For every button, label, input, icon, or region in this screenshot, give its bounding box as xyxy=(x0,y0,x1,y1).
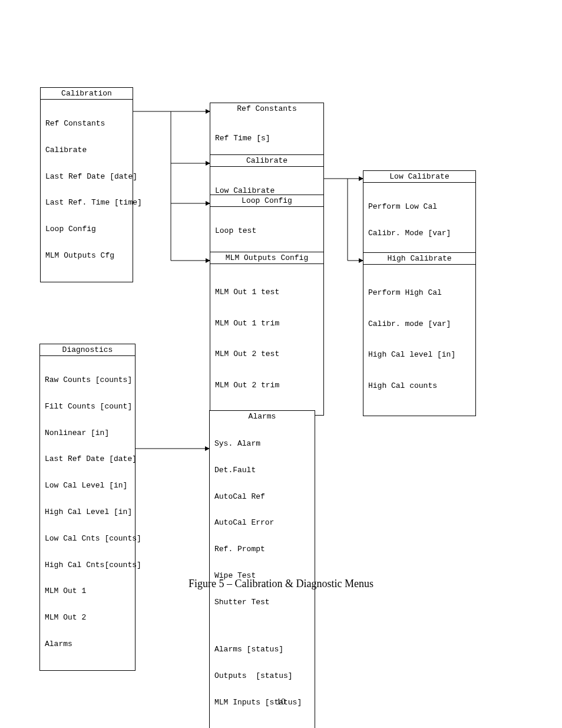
menu-item: Last Ref Date [date] xyxy=(45,173,128,182)
menu-alarms: Alarms Sys. Alarm Det.Fault AutoCal Ref … xyxy=(209,410,315,728)
menu-items: Sys. Alarm Det.Fault AutoCal Ref AutoCal… xyxy=(210,422,315,728)
menu-item: Last Ref. Time [time] xyxy=(45,199,128,207)
menu-title: Diagnostics xyxy=(40,344,135,356)
menu-title: High Calibrate xyxy=(363,253,475,265)
menu-item: AutoCal Error xyxy=(214,519,310,528)
menu-item: Perform Low Cal xyxy=(368,203,471,212)
menu-item: High Cal Cnts[counts] xyxy=(45,561,130,570)
menu-title: MLM Outputs Config xyxy=(210,252,323,264)
menu-items: MLM Out 1 test MLM Out 1 trim MLM Out 2 … xyxy=(210,264,323,415)
menu-item: High Cal level [in] xyxy=(368,350,471,360)
menu-item: Raw Counts [counts] xyxy=(45,376,130,385)
menu-mlm-outputs: MLM Outputs Config MLM Out 1 test MLM Ou… xyxy=(210,252,324,416)
menu-item: Low Cal Cnts [counts] xyxy=(45,535,130,543)
menu-calibration: Calibration Ref Constants Calibrate Last… xyxy=(40,87,133,282)
menu-item: MLM Out 2 xyxy=(45,614,130,622)
menu-item: Shutter Test xyxy=(214,598,310,607)
menu-item: MLM Out 2 test xyxy=(215,349,319,360)
menu-item: Filt Counts [count] xyxy=(45,403,130,411)
menu-item: Alarms xyxy=(45,640,130,649)
menu-item: Sys. Alarm xyxy=(214,440,310,449)
menu-high-calibrate: High Calibrate Perform High Cal Calibr. … xyxy=(363,252,476,416)
menu-items: Ref Constants Calibrate Last Ref Date [d… xyxy=(41,100,133,282)
menu-title: Alarms xyxy=(210,411,315,422)
menu-item: Alarms [status] xyxy=(214,645,310,654)
menu-item: Nonlinear [in] xyxy=(45,429,130,438)
menu-items: Perform High Cal Calibr. mode [var] High… xyxy=(363,265,475,416)
menu-items: Raw Counts [counts] Filt Counts [count] … xyxy=(40,356,135,670)
menu-item: High Cal Level [in] xyxy=(45,508,130,517)
menu-item: MLM Out 1 trim xyxy=(215,318,319,329)
menu-item: Calibr. mode [var] xyxy=(368,319,471,330)
menu-title: Calibrate xyxy=(210,155,323,167)
menu-item: Perform High Cal xyxy=(368,288,471,298)
menu-item: MLM Out 1 test xyxy=(215,287,319,298)
menu-item: Ref Time [s] xyxy=(215,134,319,143)
menu-title: Low Calibrate xyxy=(363,171,475,183)
menu-item: Loop Config xyxy=(45,225,128,234)
menu-item: High Cal counts xyxy=(368,381,471,391)
menu-item: MLM Out 2 trim xyxy=(215,380,319,391)
menu-item: MLM Outputs Cfg xyxy=(45,252,128,261)
page-number: 10 xyxy=(0,697,562,707)
menu-item: Loop test xyxy=(215,227,319,236)
menu-item: Det.Fault xyxy=(214,466,310,475)
menu-diagnostics: Diagnostics Raw Counts [counts] Filt Cou… xyxy=(39,344,135,671)
menu-item: Last Ref Date [date] xyxy=(45,455,130,464)
menu-item: Calibr. Mode [var] xyxy=(368,229,471,238)
menu-item: Calibrate xyxy=(45,146,128,155)
menu-title: Ref Constants xyxy=(210,103,323,114)
menu-item: Outputs [status] xyxy=(214,672,310,681)
menu-item: Low Cal Level [in] xyxy=(45,482,130,490)
menu-item: Ref. Prompt xyxy=(214,545,310,554)
menu-title: Calibration xyxy=(41,88,133,100)
figure-caption: Figure 5 – Calibration & Diagnostic Menu… xyxy=(0,578,562,590)
menu-item: AutoCal Ref xyxy=(214,493,310,502)
menu-title: Loop Config xyxy=(210,195,323,207)
menu-item: Ref Constants xyxy=(45,120,128,129)
